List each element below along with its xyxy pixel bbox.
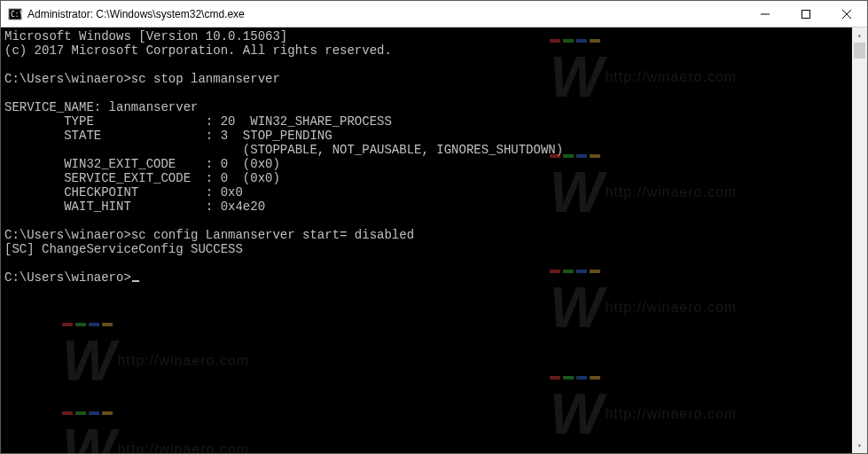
vertical-scrollbar[interactable]: ▴ ▾ [852, 27, 867, 453]
terminal-line: STATE : 3 STOP_PENDING [4, 129, 332, 143]
svg-text:C:\: C:\ [11, 11, 22, 19]
terminal-prompt: C:\Users\winaero> [4, 270, 131, 285]
scroll-up-arrow-icon[interactable]: ▴ [852, 27, 867, 43]
maximize-button[interactable] [786, 1, 826, 27]
cmd-icon: C:\ [8, 7, 22, 21]
scroll-thumb[interactable] [854, 43, 865, 59]
terminal-line: (STOPPABLE, NOT_PAUSABLE, IGNORES_SHUTDO… [4, 143, 563, 157]
scroll-down-arrow-icon[interactable]: ▾ [852, 438, 867, 453]
titlebar[interactable]: C:\ Administrator: C:\Windows\system32\c… [1, 1, 867, 27]
terminal-output[interactable]: Microsoft Windows [Version 10.0.15063] (… [1, 27, 867, 453]
window-title: Administrator: C:\Windows\system32\cmd.e… [27, 8, 745, 20]
terminal-line: C:\Users\winaero>sc stop lanmanserver [4, 72, 280, 86]
terminal-line: Microsoft Windows [Version 10.0.15063] [4, 29, 287, 43]
terminal-line: CHECKPOINT : 0x0 [4, 185, 243, 200]
terminal-line: TYPE : 20 WIN32_SHARE_PROCESS [4, 114, 392, 129]
window-controls [745, 1, 867, 27]
cmd-window: C:\ Administrator: C:\Windows\system32\c… [0, 0, 868, 454]
svg-rect-3 [802, 10, 810, 18]
terminal-line: (c) 2017 Microsoft Corporation. All righ… [4, 43, 392, 58]
terminal-line: C:\Users\winaero>sc config Lanmanserver … [4, 228, 414, 242]
terminal-line: [SC] ChangeServiceConfig SUCCESS [4, 242, 243, 256]
minimize-button[interactable] [745, 1, 786, 27]
scroll-track[interactable] [852, 43, 867, 438]
close-button[interactable] [826, 1, 867, 27]
terminal-line: WIN32_EXIT_CODE : 0 (0x0) [4, 157, 280, 171]
cursor-icon [132, 280, 139, 282]
terminal-line: SERVICE_EXIT_CODE : 0 (0x0) [4, 171, 280, 185]
terminal-line: SERVICE_NAME: lanmanserver [4, 100, 198, 114]
terminal-line: WAIT_HINT : 0x4e20 [4, 200, 265, 214]
